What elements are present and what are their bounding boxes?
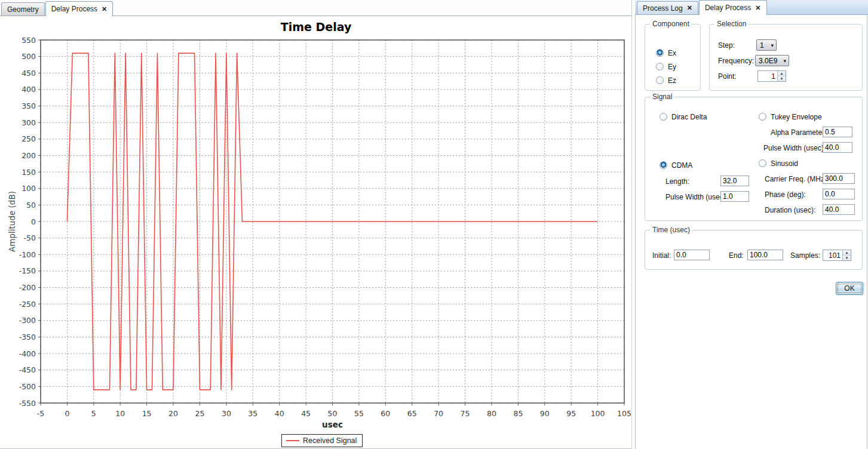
point-spinner[interactable]: 1 ▲▼ bbox=[757, 70, 786, 82]
carrier-freq-field[interactable]: 300.0 bbox=[823, 173, 855, 184]
radio-ez[interactable] bbox=[656, 76, 664, 84]
svg-text:45: 45 bbox=[301, 409, 311, 418]
radio-tukey-envelope[interactable] bbox=[759, 113, 766, 121]
tab-delay-process-right[interactable]: Delay Process ✕ bbox=[699, 0, 767, 15]
step-label: Step: bbox=[718, 41, 735, 50]
samples-label: Samples: bbox=[790, 251, 820, 260]
svg-text:550: 550 bbox=[22, 36, 36, 45]
spinner-buttons[interactable]: ▲▼ bbox=[777, 71, 786, 81]
close-icon[interactable]: ✕ bbox=[102, 6, 107, 13]
svg-text:usec: usec bbox=[322, 420, 343, 429]
svg-text:40: 40 bbox=[275, 409, 284, 418]
tab-delay-process-left[interactable]: Delay Process ✕ bbox=[45, 1, 114, 16]
svg-text:75: 75 bbox=[461, 409, 470, 418]
spin-up-icon[interactable]: ▲ bbox=[778, 71, 786, 76]
svg-text:200: 200 bbox=[22, 151, 36, 160]
svg-text:-450: -450 bbox=[19, 365, 36, 374]
alpha-parameter-label: Alpha Parameter bbox=[771, 128, 824, 137]
svg-text:Time Delay: Time Delay bbox=[281, 20, 352, 33]
samples-spinner[interactable]: 101 ▲▼ bbox=[823, 250, 851, 261]
radio-dirac-delta-label: Dirac Delta bbox=[671, 113, 707, 121]
svg-text:250: 250 bbox=[22, 134, 36, 143]
alpha-parameter-field[interactable]: 0.5 bbox=[823, 127, 852, 137]
point-label: Point: bbox=[718, 72, 737, 81]
close-icon[interactable]: ✕ bbox=[755, 5, 760, 11]
spin-down-icon[interactable]: ▼ bbox=[843, 256, 851, 260]
svg-text:0: 0 bbox=[31, 217, 36, 226]
frequency-combobox[interactable]: 3.0E9 ▾ bbox=[755, 55, 789, 66]
legend-line-swatch bbox=[286, 440, 299, 441]
spin-down-icon[interactable]: ▼ bbox=[778, 76, 786, 81]
tab-delay-process-right-label: Delay Process bbox=[705, 4, 751, 12]
radio-ez-label: Ez bbox=[668, 76, 676, 85]
chart-legend: Received Signal bbox=[281, 434, 363, 447]
svg-text:-550: -550 bbox=[19, 399, 36, 408]
svg-text:-50: -50 bbox=[24, 233, 36, 242]
svg-text:20: 20 bbox=[168, 409, 178, 418]
svg-text:90: 90 bbox=[540, 409, 550, 418]
selection-group: Selection Step: 1 ▾ Frequency: 3.0E9 ▾ P… bbox=[709, 24, 863, 91]
svg-text:-300: -300 bbox=[19, 316, 36, 325]
phase-label: Phase (deg): bbox=[765, 190, 806, 199]
time-group-title: Time (usec) bbox=[650, 226, 692, 234]
svg-text:0: 0 bbox=[65, 409, 69, 418]
chevron-down-icon: ▾ bbox=[783, 58, 786, 64]
svg-text:100: 100 bbox=[22, 184, 36, 193]
radio-ey-label: Ey bbox=[668, 63, 676, 71]
svg-text:Amplitude (dB): Amplitude (dB) bbox=[7, 191, 17, 252]
svg-text:350: 350 bbox=[22, 102, 36, 110]
chart-canvas: -505101520253035404550556065707580859095… bbox=[0, 0, 632, 449]
radio-dirac-delta[interactable] bbox=[660, 113, 667, 121]
samples-value: 101 bbox=[823, 250, 842, 260]
radio-ex-label: Ex bbox=[668, 49, 676, 57]
frequency-value: 3.0E9 bbox=[759, 57, 777, 65]
svg-text:105: 105 bbox=[617, 409, 631, 418]
svg-text:15: 15 bbox=[142, 409, 152, 418]
initial-field[interactable]: 0.0 bbox=[674, 250, 710, 260]
duration-field[interactable]: 40.0 bbox=[823, 204, 855, 215]
radio-ey[interactable] bbox=[656, 63, 664, 70]
radio-cdma[interactable] bbox=[660, 161, 667, 169]
svg-text:-250: -250 bbox=[19, 300, 36, 309]
svg-text:25: 25 bbox=[195, 409, 205, 418]
svg-text:70: 70 bbox=[434, 409, 443, 418]
radio-cdma-label: CDMA bbox=[671, 161, 692, 170]
svg-text:50: 50 bbox=[26, 201, 36, 210]
spin-up-icon[interactable]: ▲ bbox=[843, 250, 851, 256]
tukey-pulse-width-field[interactable]: 40.0 bbox=[823, 142, 852, 153]
svg-text:10: 10 bbox=[115, 409, 125, 418]
svg-text:400: 400 bbox=[22, 85, 36, 94]
close-icon[interactable]: ✕ bbox=[687, 5, 692, 11]
component-group: Component Ex Ey Ez bbox=[645, 24, 701, 91]
phase-field[interactable]: 0.0 bbox=[823, 189, 855, 199]
svg-text:-150: -150 bbox=[19, 266, 36, 275]
radio-sinusoid-label: Sinusoid bbox=[771, 159, 798, 168]
svg-text:85: 85 bbox=[513, 409, 523, 418]
selection-group-title: Selection bbox=[714, 20, 749, 28]
svg-text:60: 60 bbox=[381, 409, 390, 418]
cdma-length-field[interactable]: 32.0 bbox=[720, 176, 749, 186]
cdma-pulse-width-field[interactable]: 1.0 bbox=[720, 191, 749, 202]
svg-text:95: 95 bbox=[566, 409, 576, 418]
step-combobox[interactable]: 1 ▾ bbox=[756, 39, 777, 51]
chevron-down-icon: ▾ bbox=[771, 42, 774, 48]
svg-text:-400: -400 bbox=[19, 349, 36, 358]
frequency-label: Frequency: bbox=[718, 57, 754, 65]
signal-group-title: Signal bbox=[650, 93, 674, 101]
radio-tukey-envelope-label: Tukey Envelope bbox=[771, 113, 822, 121]
tab-delay-process-left-label: Delay Process bbox=[51, 5, 97, 13]
tab-process-log-label: Process Log bbox=[643, 4, 683, 13]
delay-process-settings-panel: Component Ex Ey Ez Selection Step: 1 ▾ F… bbox=[635, 15, 867, 449]
radio-ex[interactable] bbox=[656, 49, 664, 57]
tab-process-log[interactable]: Process Log ✕ bbox=[637, 1, 698, 14]
time-group: Time (usec) Initial: 0.0 End: 100.0 Samp… bbox=[645, 230, 863, 270]
svg-text:-500: -500 bbox=[19, 382, 36, 391]
right-tab-bar: Process Log ✕ Delay Process ✕ bbox=[635, 0, 868, 15]
spinner-buttons[interactable]: ▲▼ bbox=[842, 250, 851, 260]
end-field[interactable]: 100.0 bbox=[747, 250, 783, 260]
svg-text:35: 35 bbox=[248, 409, 257, 418]
svg-text:450: 450 bbox=[22, 69, 36, 78]
radio-sinusoid[interactable] bbox=[759, 159, 766, 167]
ok-button[interactable]: OK bbox=[836, 282, 863, 295]
svg-text:55: 55 bbox=[354, 409, 364, 418]
